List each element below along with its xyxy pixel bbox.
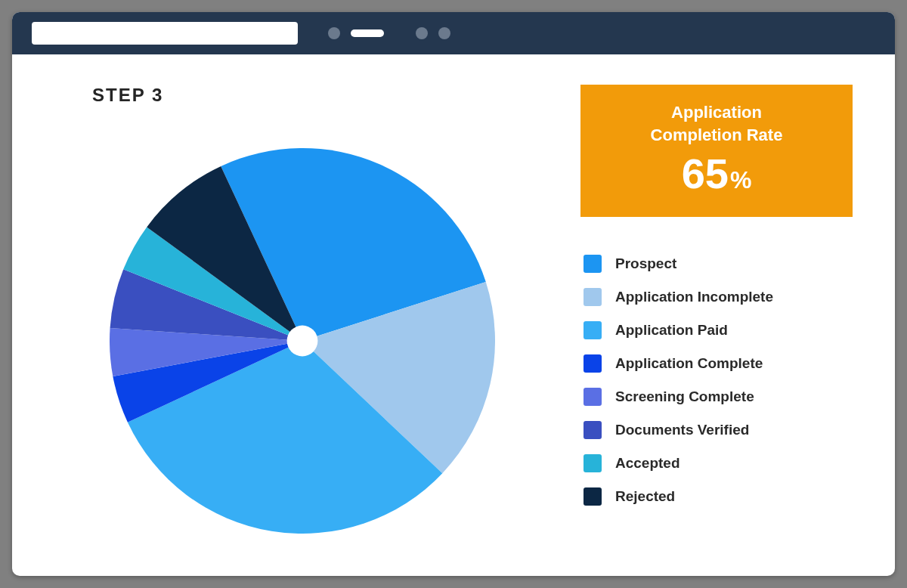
browser-dot-icon bbox=[438, 27, 450, 39]
step-title: STEP 3 bbox=[54, 85, 550, 106]
legend-item: Rejected bbox=[584, 487, 853, 506]
pie-chart bbox=[110, 148, 495, 534]
legend-item: Accepted bbox=[584, 454, 853, 472]
url-field[interactable] bbox=[32, 22, 298, 45]
content-area: STEP 3 Application Completion Rate 65% P… bbox=[12, 54, 895, 576]
legend-swatch-icon bbox=[584, 255, 602, 273]
legend-swatch-icon bbox=[584, 454, 602, 472]
legend-swatch-icon bbox=[584, 421, 602, 439]
legend: ProspectApplication IncompleteApplicatio… bbox=[580, 255, 853, 506]
legend-label: Accepted bbox=[615, 455, 680, 472]
legend-item: Application Complete bbox=[584, 354, 853, 373]
legend-label: Application Complete bbox=[615, 355, 763, 372]
legend-item: Screening Complete bbox=[584, 388, 853, 406]
legend-swatch-icon bbox=[584, 388, 602, 406]
kpi-title: Application Completion Rate bbox=[599, 101, 834, 146]
legend-item: Application Paid bbox=[584, 321, 853, 339]
legend-swatch-icon bbox=[584, 487, 602, 506]
legend-label: Application Incomplete bbox=[615, 289, 773, 305]
legend-label: Documents Verified bbox=[615, 422, 749, 438]
browser-frame: STEP 3 Application Completion Rate 65% P… bbox=[12, 12, 895, 576]
pie-chart-wrap bbox=[54, 121, 550, 561]
right-column: Application Completion Rate 65% Prospect… bbox=[580, 85, 853, 561]
legend-item: Application Incomplete bbox=[584, 288, 853, 306]
legend-item: Prospect bbox=[584, 255, 853, 273]
browser-pill-icon bbox=[351, 29, 384, 37]
pie-svg bbox=[110, 148, 495, 534]
legend-label: Application Paid bbox=[615, 322, 728, 339]
legend-label: Rejected bbox=[615, 488, 675, 505]
legend-item: Documents Verified bbox=[584, 421, 853, 439]
kpi-value: 65% bbox=[599, 150, 834, 197]
legend-swatch-icon bbox=[584, 321, 602, 339]
kpi-card: Application Completion Rate 65% bbox=[580, 85, 853, 217]
legend-swatch-icon bbox=[584, 354, 602, 373]
browser-title-bar bbox=[12, 12, 895, 54]
legend-label: Screening Complete bbox=[615, 388, 754, 405]
legend-swatch-icon bbox=[584, 288, 602, 306]
browser-dot-icon bbox=[328, 27, 340, 39]
browser-dot-icon bbox=[416, 27, 428, 39]
pie-center-hole bbox=[287, 326, 318, 357]
legend-label: Prospect bbox=[615, 255, 676, 272]
chart-column: STEP 3 bbox=[54, 85, 550, 561]
